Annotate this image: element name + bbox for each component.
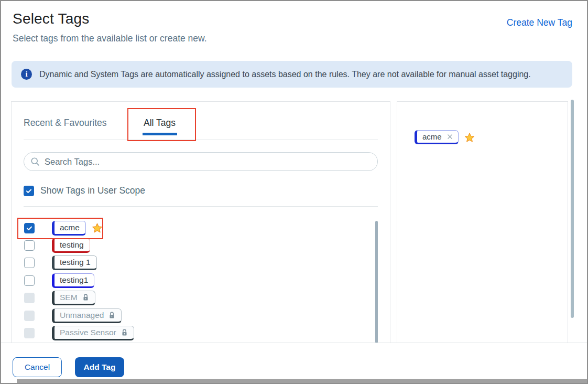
list-divider bbox=[24, 206, 378, 207]
scope-filter-row: Show Tags in User Scope bbox=[24, 185, 145, 196]
search-tags-input[interactable] bbox=[45, 157, 371, 167]
tag-chip-label: testing1 bbox=[60, 275, 88, 285]
page-bottom-strip bbox=[17, 379, 587, 383]
select-tags-dialog: Select Tags Select tags from the availab… bbox=[0, 0, 588, 384]
page-subtitle: Select tags from the available list or c… bbox=[13, 33, 207, 44]
info-banner: i Dynamic and System Tags are automatica… bbox=[12, 61, 572, 88]
tag-row-testing: testing bbox=[12, 237, 390, 254]
tab-recent-favourites[interactable]: Recent & Favourites bbox=[24, 118, 107, 129]
tag-chip-label: Unmanaged bbox=[60, 310, 104, 321]
tag-checkbox-acme[interactable] bbox=[24, 223, 35, 233]
tag-checkbox-sem-disabled bbox=[24, 293, 35, 303]
tag-chip: SEM bbox=[52, 291, 95, 305]
scope-checkbox-label: Show Tags in User Scope bbox=[40, 185, 145, 196]
page-title: Select Tags bbox=[13, 10, 89, 27]
tag-selection-panel: Recent & Favourites All Tags Show Tags i… bbox=[11, 101, 390, 343]
tag-row-passive-sensor: Passive Sensor bbox=[12, 324, 390, 342]
tag-list: acme testing testing 1 bbox=[12, 219, 390, 342]
tag-list-scrollbar[interactable] bbox=[375, 221, 378, 343]
tag-chip: testing bbox=[52, 238, 90, 253]
favourite-star-icon[interactable] bbox=[464, 132, 475, 143]
tag-chip: testing1 bbox=[52, 273, 94, 288]
tag-row-testing1: testing1 bbox=[12, 272, 390, 289]
scope-checkbox[interactable] bbox=[24, 186, 34, 196]
tag-row-testing-1: testing 1 bbox=[12, 254, 390, 272]
tag-chip-label: acme bbox=[60, 222, 80, 233]
tag-checkbox-unmanaged-disabled bbox=[24, 311, 35, 321]
add-tag-button[interactable]: Add Tag bbox=[75, 357, 124, 377]
dialog-scrollbar[interactable] bbox=[571, 100, 574, 318]
tag-row-sem: SEM bbox=[12, 290, 390, 307]
selected-tag-label: acme bbox=[422, 132, 442, 142]
tag-chip-label: SEM bbox=[60, 292, 78, 303]
tag-chip-label: testing 1 bbox=[60, 257, 91, 268]
cancel-button[interactable]: Cancel bbox=[13, 357, 62, 377]
tag-checkbox-testing[interactable] bbox=[24, 240, 35, 251]
tag-checkbox-testing-1[interactable] bbox=[24, 258, 35, 268]
selected-tags-panel: acme bbox=[397, 101, 568, 343]
tag-chip: Unmanaged bbox=[52, 308, 122, 323]
check-icon bbox=[26, 225, 33, 232]
tag-chip: acme bbox=[52, 221, 86, 236]
lock-icon bbox=[121, 329, 128, 336]
tabs-divider bbox=[24, 140, 378, 140]
tab-all-tags[interactable]: All Tags bbox=[144, 118, 176, 129]
tag-chip: Passive Sensor bbox=[52, 326, 134, 340]
search-tags-box[interactable] bbox=[24, 152, 378, 171]
active-tab-underline bbox=[143, 133, 177, 135]
lock-icon bbox=[108, 312, 115, 319]
selected-tag-chip: acme bbox=[415, 130, 459, 144]
lock-icon bbox=[82, 294, 89, 301]
search-icon bbox=[30, 157, 40, 166]
tag-row-acme: acme bbox=[12, 219, 390, 237]
tag-chip-label: testing bbox=[60, 240, 84, 250]
selected-tag-row: acme bbox=[415, 130, 475, 144]
tag-chip: testing 1 bbox=[52, 255, 97, 270]
tag-chip-label: Passive Sensor bbox=[60, 327, 116, 338]
tag-checkbox-testing1[interactable] bbox=[24, 275, 35, 286]
tag-row-unmanaged: Unmanaged bbox=[12, 307, 390, 324]
check-icon bbox=[25, 187, 32, 195]
favourite-star-icon[interactable] bbox=[92, 222, 103, 233]
remove-tag-icon[interactable] bbox=[447, 133, 453, 140]
info-banner-text: Dynamic and System Tags are automaticall… bbox=[39, 70, 531, 79]
create-new-tag-link[interactable]: Create New Tag bbox=[507, 17, 572, 28]
info-icon: i bbox=[21, 69, 32, 80]
footer: Cancel Add Tag bbox=[1, 343, 587, 380]
tag-checkbox-passive-sensor-disabled bbox=[24, 328, 35, 338]
